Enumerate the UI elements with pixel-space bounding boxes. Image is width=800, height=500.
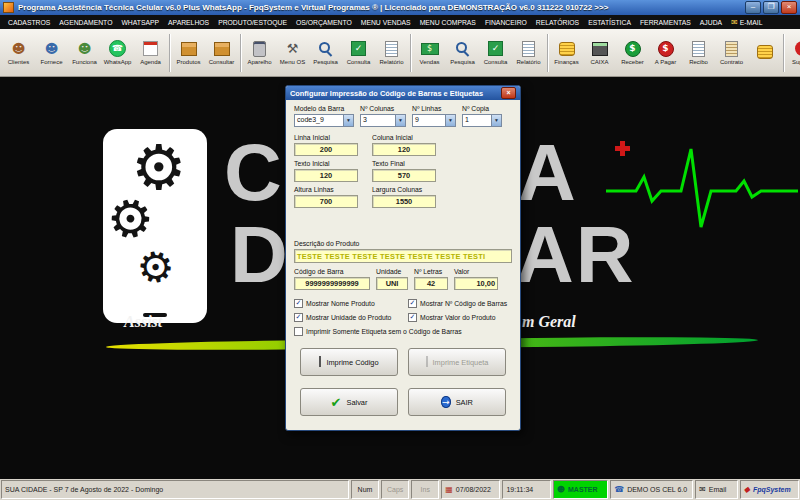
- status-app-version: ☎ DEMO OS CEL 6.0: [610, 480, 693, 499]
- largura-colunas-input[interactable]: 1550: [372, 195, 436, 208]
- toolbar-button-receber[interactable]: $ Receber: [616, 31, 649, 75]
- menu-cadastros[interactable]: CADASTROS: [4, 17, 54, 28]
- toolbar-button-pesquisa-os[interactable]: Pesquisa: [309, 31, 342, 75]
- checkbox-mostrar-nome-produto[interactable]: Mostrar Nome Produto: [294, 299, 402, 308]
- toolbar-button-consultar-produtos[interactable]: Consultar: [205, 31, 238, 75]
- menu-vendas[interactable]: MENU VENDAS: [357, 17, 415, 28]
- imprime-codigo-button[interactable]: Imprime Código: [300, 348, 398, 376]
- toolbar-button-contrato[interactable]: Contrato: [715, 31, 748, 75]
- toolbar: ☻ Clientes ☻ Fornece ☻ Funciona ☎ WhatsA…: [0, 29, 800, 77]
- toolbar-button-funcionarios[interactable]: ☻ Funciona: [68, 31, 101, 75]
- texto-inicial-input[interactable]: 120: [294, 169, 358, 182]
- boxes-icon: [181, 42, 197, 56]
- toolbar-button-clientes[interactable]: ☻ Clientes: [2, 31, 35, 75]
- user-icon: ☻: [557, 486, 565, 494]
- toolbar-button-consulta-os[interactable]: ✓ Consulta: [342, 31, 375, 75]
- toolbar-button-relatorio-vendas[interactable]: Relatório: [512, 31, 545, 75]
- menu-ajuda[interactable]: AJUDA: [696, 17, 726, 28]
- toolbar-button-fornecedores[interactable]: ☻ Fornece: [35, 31, 68, 75]
- gear-icon: ⚙: [133, 244, 179, 293]
- num-copia-select[interactable]: 1 ▼: [462, 114, 502, 127]
- menu-relatorios[interactable]: RELATÓRIOS: [532, 17, 583, 28]
- app-icon: [3, 2, 14, 13]
- sale-icon: $: [421, 43, 439, 55]
- toolbar-button-consulta-vendas[interactable]: ✓ Consulta: [479, 31, 512, 75]
- whatsapp-icon: ☎: [109, 40, 126, 57]
- toolbar-button-produtos[interactable]: Produtos: [172, 31, 205, 75]
- checkbox-icon[interactable]: [294, 299, 303, 308]
- coluna-inicial-input[interactable]: 120: [372, 143, 436, 156]
- toolbar-separator: [547, 34, 548, 72]
- num-letras-label: Nº Letras: [414, 268, 448, 275]
- checkbox-icon[interactable]: [294, 327, 303, 336]
- maximize-button[interactable]: ❐: [763, 1, 779, 14]
- dialog-close-button[interactable]: ×: [501, 87, 516, 99]
- label-tag-icon: [426, 356, 428, 367]
- toolbar-button-recibo[interactable]: Recibo: [682, 31, 715, 75]
- menu-compras[interactable]: MENU COMPRAS: [416, 17, 480, 28]
- menu-financeiro[interactable]: FINANCEIRO: [481, 17, 531, 28]
- descricao-produto-input[interactable]: TESTE TESTE TESTE TESTE TESTE TESTE TEST…: [294, 249, 512, 263]
- texto-final-input[interactable]: 570: [372, 169, 436, 182]
- salvar-button[interactable]: ✔ Salvar: [300, 388, 398, 416]
- checkbox-mostrar-unidade-produto[interactable]: Mostrar Unidade do Produto: [294, 313, 402, 322]
- search-icon: [455, 41, 470, 56]
- sair-button[interactable]: → SAIR: [408, 388, 506, 416]
- num-letras-input[interactable]: 42: [414, 277, 448, 290]
- toolbar-button-pesquisa-vendas[interactable]: Pesquisa: [446, 31, 479, 75]
- status-user-badge: ☻ MASTER: [553, 480, 609, 499]
- chevron-down-icon: ▼: [395, 115, 405, 126]
- imprime-etiqueta-button[interactable]: Imprime Etiqueta: [408, 348, 506, 376]
- tools-icon: ⚒: [287, 40, 299, 57]
- codigo-barra-input[interactable]: 9999999999999: [294, 277, 370, 290]
- tagline-fragment-left: Assist: [124, 313, 162, 331]
- modelo-barra-select[interactable]: code3_9 ▼: [294, 114, 354, 127]
- toolbar-button-aparelho[interactable]: Aparelho: [243, 31, 276, 75]
- checkbox-icon[interactable]: [408, 313, 417, 322]
- largura-colunas-label: Largura Colunas: [372, 186, 436, 193]
- people-icon: ☻: [78, 40, 92, 57]
- menu-os-orcamento[interactable]: OS/ORÇAMENTO: [292, 17, 356, 28]
- cash-register-icon: [592, 42, 608, 56]
- unidade-input[interactable]: UNI: [376, 277, 408, 290]
- toolbar-button-whatsapp[interactable]: ☎ WhatsApp: [101, 31, 134, 75]
- menu-email[interactable]: ✉E-MAIL: [727, 16, 766, 29]
- minimize-button[interactable]: –: [745, 1, 761, 14]
- toolbar-separator: [410, 34, 411, 72]
- exit-arrow-icon: →: [441, 396, 451, 408]
- linha-inicial-input[interactable]: 200: [294, 143, 358, 156]
- menu-aparelhos[interactable]: APARELHOS: [164, 17, 213, 28]
- toolbar-button-suporte[interactable]: Suporte: [786, 31, 800, 75]
- toolbar-button-menu-os[interactable]: ⚒ Menu OS: [276, 31, 309, 75]
- valor-input[interactable]: 10,00: [454, 277, 498, 290]
- menu-agendamento[interactable]: AGENDAMENTO: [55, 17, 116, 28]
- menu-ferramentas[interactable]: FERRAMENTAS: [636, 17, 695, 28]
- toolbar-button-moedas[interactable]: [748, 31, 781, 75]
- checkbox-imprimir-somente-etiqueta[interactable]: Imprimir Somente Etiqueta sem o Código d…: [294, 327, 512, 336]
- checkbox-icon[interactable]: [294, 313, 303, 322]
- toolbar-button-a-pagar[interactable]: $ A Pagar: [649, 31, 682, 75]
- menu-whatsapp[interactable]: WHATSAPP: [117, 17, 163, 28]
- checkbox-mostrar-num-codigo-barras[interactable]: Mostrar Nº Código de Barras: [408, 299, 507, 308]
- checkbox-mostrar-valor-produto[interactable]: Mostrar Valor do Produto: [408, 313, 495, 322]
- check-icon: ✓: [351, 41, 366, 56]
- num-linhas-select[interactable]: 9 ▼: [412, 114, 456, 127]
- toolbar-button-relatorio-os[interactable]: Relatório: [375, 31, 408, 75]
- colunas-label: Nº Colunas: [360, 105, 406, 112]
- app-window: Programa Assistência Técnica Celular v6.…: [0, 0, 800, 500]
- toolbar-separator: [240, 34, 241, 72]
- num-colunas-select[interactable]: 3 ▼: [360, 114, 406, 127]
- dialog-titlebar[interactable]: Configurar Impressão do Código de Barras…: [286, 86, 520, 100]
- checkbox-icon[interactable]: [408, 299, 417, 308]
- dialog-title: Configurar Impressão do Código de Barras…: [290, 89, 501, 98]
- menu-produto-estoque[interactable]: PRODUTO/ESTOQUE: [214, 17, 291, 28]
- menu-estatistica[interactable]: ESTATÍSTICA: [584, 17, 635, 28]
- toolbar-button-agenda[interactable]: Agenda: [134, 31, 167, 75]
- close-button[interactable]: ×: [781, 1, 797, 14]
- status-email[interactable]: ✉ Email: [695, 480, 738, 499]
- linhas-label: Nº Linhas: [412, 105, 456, 112]
- toolbar-button-financas[interactable]: Finanças: [550, 31, 583, 75]
- toolbar-button-vendas[interactable]: $ Vendas: [413, 31, 446, 75]
- toolbar-button-caixa[interactable]: CAIXA: [583, 31, 616, 75]
- altura-linhas-input[interactable]: 700: [294, 195, 358, 208]
